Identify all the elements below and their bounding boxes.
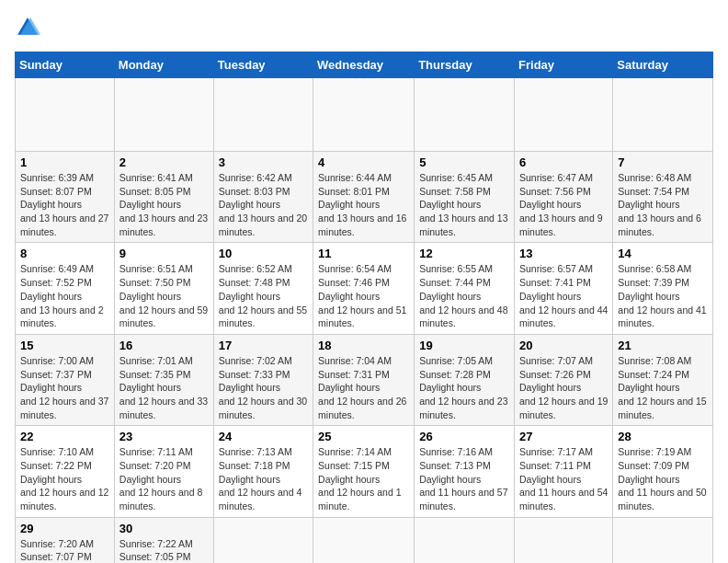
calendar-cell bbox=[613, 517, 713, 563]
sunrise-label: Sunrise: 7:01 AM bbox=[119, 355, 193, 366]
day-number: 16 bbox=[119, 339, 209, 352]
daylight-value: and 12 hours and 26 minutes. bbox=[318, 396, 406, 420]
day-of-week-header: Friday bbox=[515, 52, 613, 78]
daylight-value: and 13 hours and 6 minutes. bbox=[618, 213, 701, 237]
sunset-label: Sunset: 8:05 PM bbox=[119, 186, 191, 197]
calendar-header-row: SundayMondayTuesdayWednesdayThursdayFrid… bbox=[16, 52, 713, 78]
calendar-cell bbox=[16, 78, 115, 152]
day-info: Sunrise: 7:19 AM Sunset: 7:09 PM Dayligh… bbox=[618, 445, 708, 512]
sunrise-label: Sunrise: 7:16 AM bbox=[419, 446, 493, 457]
day-info: Sunrise: 6:49 AM Sunset: 7:52 PM Dayligh… bbox=[20, 262, 109, 329]
sunrise-label: Sunrise: 6:48 AM bbox=[618, 172, 691, 183]
calendar-cell bbox=[313, 78, 415, 152]
sunrise-label: Sunrise: 6:55 AM bbox=[419, 263, 493, 274]
day-of-week-header: Monday bbox=[114, 52, 213, 78]
day-of-week-header: Tuesday bbox=[213, 52, 313, 78]
day-number: 24 bbox=[219, 430, 308, 443]
day-info: Sunrise: 6:55 AM Sunset: 7:44 PM Dayligh… bbox=[419, 262, 509, 329]
sunset-label: Sunset: 7:58 PM bbox=[419, 186, 491, 197]
day-number: 22 bbox=[20, 430, 109, 443]
day-info: Sunrise: 7:13 AM Sunset: 7:18 PM Dayligh… bbox=[219, 445, 308, 512]
daylight-value: and 12 hours and 55 minutes. bbox=[219, 304, 307, 329]
sunset-label: Sunset: 8:03 PM bbox=[219, 186, 290, 197]
daylight-value: and 13 hours and 13 minutes. bbox=[419, 213, 507, 237]
calendar-cell: 7 Sunrise: 6:48 AM Sunset: 7:54 PM Dayli… bbox=[613, 152, 713, 243]
daylight-value: and 13 hours and 9 minutes. bbox=[519, 213, 603, 237]
daylight-label: Daylight hours bbox=[618, 199, 679, 210]
sunset-label: Sunset: 7:20 PM bbox=[119, 460, 191, 471]
calendar-cell bbox=[515, 78, 613, 152]
sunrise-label: Sunrise: 7:07 AM bbox=[519, 355, 593, 366]
calendar-cell: 14 Sunrise: 6:58 AM Sunset: 7:39 PM Dayl… bbox=[613, 243, 713, 334]
calendar-cell: 1 Sunrise: 6:39 AM Sunset: 8:07 PM Dayli… bbox=[16, 152, 115, 243]
day-info: Sunrise: 6:58 AM Sunset: 7:39 PM Dayligh… bbox=[618, 262, 708, 329]
daylight-label: Daylight hours bbox=[318, 291, 380, 302]
calendar-cell: 6 Sunrise: 6:47 AM Sunset: 7:56 PM Dayli… bbox=[515, 152, 613, 243]
daylight-label: Daylight hours bbox=[119, 291, 181, 302]
daylight-label: Daylight hours bbox=[618, 291, 679, 302]
daylight-value: and 12 hours and 23 minutes. bbox=[419, 396, 507, 420]
calendar-cell bbox=[415, 517, 515, 563]
day-number: 13 bbox=[519, 247, 608, 260]
sunset-label: Sunset: 7:35 PM bbox=[119, 369, 191, 380]
daylight-value: and 12 hours and 33 minutes. bbox=[119, 396, 208, 420]
sunrise-label: Sunrise: 7:22 AM bbox=[119, 538, 193, 549]
sunrise-label: Sunrise: 7:08 AM bbox=[618, 355, 691, 366]
daylight-value: and 13 hours and 23 minutes. bbox=[119, 213, 208, 237]
sunrise-label: Sunrise: 7:00 AM bbox=[20, 355, 94, 366]
day-number: 28 bbox=[618, 430, 708, 443]
daylight-label: Daylight hours bbox=[618, 474, 679, 485]
sunrise-label: Sunrise: 6:45 AM bbox=[419, 172, 493, 183]
sunset-label: Sunset: 7:26 PM bbox=[519, 369, 591, 380]
calendar-cell: 15 Sunrise: 7:00 AM Sunset: 7:37 PM Dayl… bbox=[16, 334, 115, 425]
calendar-cell: 3 Sunrise: 6:42 AM Sunset: 8:03 PM Dayli… bbox=[213, 152, 313, 243]
calendar-cell bbox=[415, 78, 515, 152]
daylight-value: and 13 hours and 20 minutes. bbox=[219, 213, 307, 237]
daylight-value: and 13 hours and 27 minutes. bbox=[20, 213, 108, 237]
day-info: Sunrise: 7:14 AM Sunset: 7:15 PM Dayligh… bbox=[318, 445, 409, 512]
daylight-value: and 11 hours and 57 minutes. bbox=[419, 487, 507, 511]
calendar-week-row bbox=[16, 78, 713, 152]
calendar-cell bbox=[313, 517, 415, 563]
day-of-week-header: Sunday bbox=[16, 52, 115, 78]
sunset-label: Sunset: 7:22 PM bbox=[20, 460, 92, 471]
daylight-label: Daylight hours bbox=[419, 199, 481, 210]
calendar-cell: 17 Sunrise: 7:02 AM Sunset: 7:33 PM Dayl… bbox=[213, 334, 313, 425]
day-info: Sunrise: 7:17 AM Sunset: 7:11 PM Dayligh… bbox=[519, 445, 608, 512]
calendar-cell: 11 Sunrise: 6:54 AM Sunset: 7:46 PM Dayl… bbox=[313, 243, 415, 334]
day-number: 29 bbox=[20, 522, 109, 535]
day-info: Sunrise: 7:00 AM Sunset: 7:37 PM Dayligh… bbox=[20, 354, 109, 421]
daylight-value: and 12 hours and 48 minutes. bbox=[419, 304, 507, 329]
daylight-label: Daylight hours bbox=[20, 291, 82, 302]
daylight-value: and 11 hours and 50 minutes. bbox=[618, 487, 706, 511]
day-number: 17 bbox=[219, 339, 308, 352]
daylight-label: Daylight hours bbox=[119, 199, 181, 210]
daylight-value: and 12 hours and 19 minutes. bbox=[519, 396, 608, 420]
sunset-label: Sunset: 7:50 PM bbox=[119, 277, 191, 288]
day-number: 3 bbox=[219, 155, 308, 169]
day-info: Sunrise: 6:54 AM Sunset: 7:46 PM Dayligh… bbox=[318, 262, 409, 329]
calendar-cell: 30 Sunrise: 7:22 AM Sunset: 7:05 PM Dayl… bbox=[114, 517, 213, 563]
day-number: 11 bbox=[318, 247, 409, 260]
calendar-week-row: 8 Sunrise: 6:49 AM Sunset: 7:52 PM Dayli… bbox=[16, 243, 713, 334]
calendar-cell: 20 Sunrise: 7:07 AM Sunset: 7:26 PM Dayl… bbox=[515, 334, 613, 425]
calendar-cell: 16 Sunrise: 7:01 AM Sunset: 7:35 PM Dayl… bbox=[114, 334, 213, 425]
daylight-label: Daylight hours bbox=[219, 199, 280, 210]
daylight-label: Daylight hours bbox=[119, 382, 181, 393]
sunrise-label: Sunrise: 6:54 AM bbox=[318, 263, 392, 274]
calendar-cell bbox=[213, 78, 313, 152]
day-number: 18 bbox=[318, 339, 409, 352]
day-number: 4 bbox=[318, 155, 409, 169]
sunrise-label: Sunrise: 7:11 AM bbox=[119, 446, 193, 457]
daylight-label: Daylight hours bbox=[318, 199, 380, 210]
daylight-value: and 12 hours and 15 minutes. bbox=[618, 396, 706, 420]
sunset-label: Sunset: 7:31 PM bbox=[318, 369, 390, 380]
sunset-label: Sunset: 7:37 PM bbox=[20, 369, 92, 380]
daylight-label: Daylight hours bbox=[419, 474, 481, 485]
daylight-label: Daylight hours bbox=[20, 199, 82, 210]
sunset-label: Sunset: 7:46 PM bbox=[318, 277, 390, 288]
day-info: Sunrise: 6:52 AM Sunset: 7:48 PM Dayligh… bbox=[219, 262, 308, 329]
day-info: Sunrise: 6:57 AM Sunset: 7:41 PM Dayligh… bbox=[519, 262, 608, 329]
daylight-label: Daylight hours bbox=[219, 474, 280, 485]
daylight-value: and 13 hours and 2 minutes. bbox=[20, 304, 104, 329]
